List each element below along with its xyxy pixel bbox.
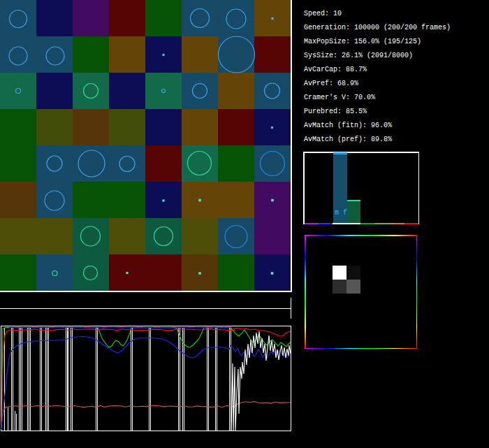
svg-text:AvMatch (fitn): 96.0%: AvMatch (fitn): 96.0% [304,122,392,129]
svg-text:AvCarCap: 88.7%: AvCarCap: 88.7% [304,66,367,73]
svg-text:Purebred: 85.5%: Purebred: 85.5% [304,108,367,115]
svg-text:MaxPopSize: 156.0% (195/125): MaxPopSize: 156.0% (195/125) [304,38,421,45]
svg-text:Generation: 100000 (200/200 fr: Generation: 100000 (200/200 frames) [304,24,451,31]
svg-text:AvMatch (pref): 89.8%: AvMatch (pref): 89.8% [304,136,392,143]
svg-text:m f: m f [335,209,347,217]
svg-text:Speed: 10: Speed: 10 [304,10,342,17]
svg-text:SysSize: 26.1% (2091/8000): SysSize: 26.1% (2091/8000) [304,52,413,59]
svg-text:Cramer's V: 70.0%: Cramer's V: 70.0% [304,94,375,101]
svg-text:AvPref: 68.9%: AvPref: 68.9% [304,80,358,87]
